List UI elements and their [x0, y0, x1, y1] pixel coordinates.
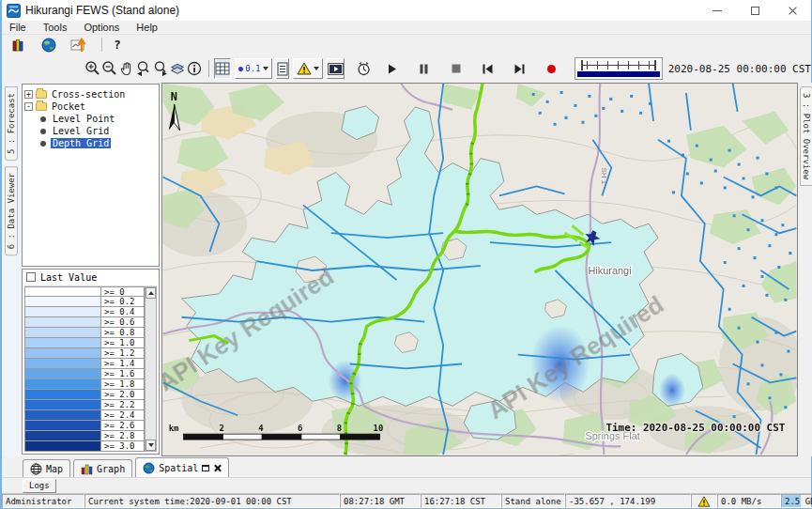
legend-row: >= 0.6 [24, 317, 157, 328]
scroll-up-icon[interactable] [146, 287, 156, 299]
status-mode: Stand alone [501, 494, 565, 508]
legend-color-swatch [24, 338, 101, 348]
stop-button[interactable] [445, 58, 467, 79]
legend-color-swatch [24, 348, 101, 359]
globe-icon[interactable] [38, 35, 60, 55]
legend-row-label: >= 2.4 [101, 410, 145, 421]
database-icon[interactable] [8, 35, 30, 55]
contour-value-dropdown[interactable]: 0.1 [235, 58, 271, 79]
help-button[interactable]: ? [114, 38, 121, 52]
grid-toggle-icon[interactable] [214, 58, 231, 79]
depth-grid-spot [659, 373, 685, 407]
legend-color-swatch [24, 379, 101, 390]
menu-help[interactable]: Help [136, 22, 158, 33]
time-slider-track[interactable] [577, 60, 660, 70]
legend-row-label: >= 3.0 [101, 441, 145, 452]
tree-item-label[interactable]: Level Grid [51, 126, 111, 136]
play-button[interactable] [381, 58, 404, 79]
logs-row: Logs [2, 477, 811, 493]
main-area: 5 : Forecast 6 : Data Viewer + Cross-sec… [2, 83, 811, 456]
zoom-next-icon[interactable] [152, 58, 169, 79]
menu-options[interactable]: Options [84, 22, 119, 33]
close-icon [788, 6, 798, 16]
map-canvas[interactable]: API Key Required API Key Required Hikura… [161, 83, 798, 456]
tree-item-pocket[interactable]: - Pocket [24, 100, 157, 113]
legend-row-label: >= 0.6 [101, 317, 145, 328]
status-bar: Administrator Current system time:2020-0… [2, 493, 811, 508]
tree-item-level-point[interactable]: Level Point [24, 113, 157, 125]
restore-panel-icon[interactable] [202, 465, 209, 471]
tree-item-label[interactable]: Level Point [51, 114, 116, 124]
last-value-checkbox[interactable] [26, 272, 36, 282]
legend-color-swatch [24, 431, 101, 441]
bullet-icon [40, 141, 46, 147]
pause-button[interactable] [413, 58, 436, 79]
time-slider[interactable] [575, 57, 663, 80]
legend-row: >= 0 [24, 286, 157, 297]
tab-spatial[interactable]: Spatial [135, 457, 229, 477]
legend-row-label: >= 1.0 [101, 338, 145, 348]
svg-text:2: 2 [219, 424, 223, 433]
minimize-button[interactable] [698, 0, 736, 21]
legend-color-swatch [24, 421, 101, 431]
close-button[interactable] [774, 0, 811, 21]
tree-item-level-grid[interactable]: Level Grid [24, 125, 157, 137]
legend-row-label: >= 2.0 [101, 390, 145, 400]
app-window: Hikurangi FEWS (Stand alone) File Tools … [0, 0, 812, 509]
tab-forecast[interactable]: 5 : Forecast [5, 86, 18, 161]
status-user: Administrator [2, 494, 84, 508]
tab-plot-overview[interactable]: 3 : Plot Overview [800, 86, 812, 186]
legend-row-label: >= 2.6 [101, 421, 145, 431]
title-bar: Hikurangi FEWS (Stand alone) [2, 0, 811, 21]
right-tab-strip: 3 : Plot Overview [798, 83, 812, 456]
legend-row-label: >= 1.8 [101, 379, 145, 390]
expand-icon[interactable]: + [24, 90, 33, 99]
tree-item-label[interactable]: Pocket [50, 101, 87, 112]
tab-map-label: Map [46, 464, 63, 474]
layers-icon[interactable] [169, 58, 186, 79]
menu-tools[interactable]: Tools [43, 22, 68, 33]
info-icon[interactable] [186, 58, 203, 79]
map-toolbar: 0.1 [2, 54, 811, 83]
legend-color-swatch [24, 410, 101, 421]
collapse-icon[interactable]: - [24, 102, 33, 111]
record-button[interactable] [541, 58, 563, 79]
folder-icon [36, 102, 47, 111]
tree-item-label[interactable]: Cross-section [50, 89, 127, 100]
legend-list: >= 0 >= 0.2 >= 0.4 >= 0.6 >= 0.8 >= 1.0 … [24, 285, 157, 452]
legend-row: >= 1.2 [24, 348, 157, 359]
legend-color-swatch [24, 369, 101, 379]
zoom-previous-icon[interactable] [135, 58, 152, 79]
legend-row-label: >= 0.2 [101, 297, 145, 307]
tree-item-depth-grid[interactable]: Depth Grid [24, 137, 157, 149]
zoom-out-icon[interactable] [101, 58, 118, 79]
last-step-button[interactable] [509, 58, 531, 79]
thresholds-dropdown[interactable] [293, 58, 323, 79]
menu-file[interactable]: File [9, 22, 26, 33]
zoom-in-icon[interactable] [84, 58, 101, 79]
svg-text:km: km [169, 424, 179, 433]
logs-button[interactable]: Logs [23, 479, 56, 493]
animation-clock-icon[interactable] [356, 58, 372, 79]
first-step-button[interactable] [477, 58, 499, 79]
legend-toggle-icon[interactable] [276, 58, 289, 79]
tab-map[interactable]: Map [23, 459, 70, 477]
tree-item-label-selected[interactable]: Depth Grid [51, 138, 111, 148]
tab-data-viewer[interactable]: 6 : Data Viewer [5, 166, 18, 255]
tree-item-cross-section[interactable]: + Cross-section [24, 88, 157, 100]
status-warning-cell[interactable] [691, 494, 717, 508]
time-slider-range-bar [577, 71, 660, 77]
legend-row: >= 1.4 [24, 359, 157, 369]
last-value-label: Last Value [40, 272, 97, 283]
timeline-timestamp: 2020-08-25 00:00:00 CST [668, 63, 811, 75]
legend-row-label: >= 2.8 [101, 431, 145, 441]
animation-panel-icon[interactable] [327, 58, 345, 79]
pan-hand-icon[interactable] [118, 58, 135, 79]
maximize-button[interactable] [736, 0, 774, 21]
tab-graph[interactable]: Graph [73, 459, 132, 477]
close-panel-icon[interactable] [213, 464, 222, 472]
scroll-down-icon[interactable] [146, 440, 156, 451]
timeseries-icon[interactable] [68, 35, 90, 55]
road-shield-label: SH 1 [600, 168, 608, 185]
legend-scrollbar[interactable] [145, 286, 157, 452]
